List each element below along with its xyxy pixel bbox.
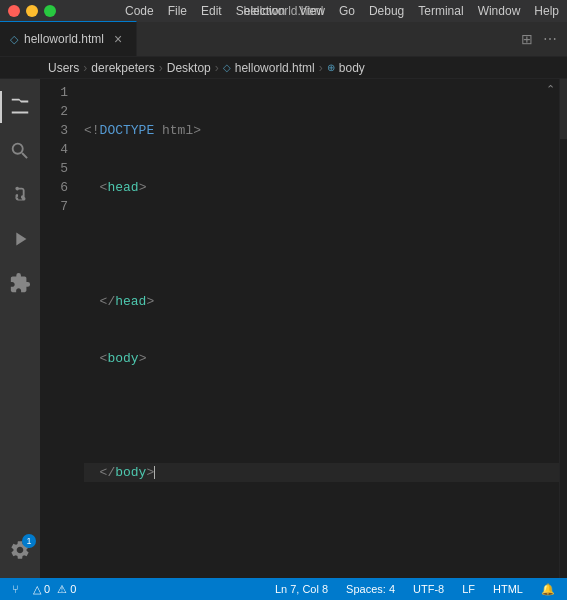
- status-line-ending[interactable]: LF: [458, 583, 479, 595]
- tab-bar: ◇ helloworld.html × ⊞ ⋯: [0, 22, 567, 57]
- status-left: ⑂ △ 0 ⚠ 0: [8, 583, 80, 596]
- status-encoding[interactable]: UTF-8: [409, 583, 448, 595]
- notification-bell-icon: 🔔: [541, 583, 555, 596]
- collapse-minimap-button[interactable]: ⌃: [546, 83, 555, 96]
- editor-area[interactable]: 1 2 3 4 5 6 7 <!DOCTYPE html> <head> </h…: [40, 79, 567, 578]
- activity-item-source-control[interactable]: [0, 175, 40, 215]
- line-number-5: 5: [40, 159, 68, 178]
- activity-bar: 1: [0, 79, 40, 578]
- breadcrumb-sep-1: ›: [83, 61, 87, 75]
- tab-close-button[interactable]: ×: [110, 31, 126, 47]
- code-line-4: </head>: [84, 292, 559, 311]
- close-button[interactable]: [8, 5, 20, 17]
- minimize-button[interactable]: [26, 5, 38, 17]
- spaces-text: Spaces: 4: [346, 583, 395, 595]
- breadcrumb-sep-2: ›: [159, 61, 163, 75]
- language-text: HTML: [493, 583, 523, 595]
- menu-code[interactable]: Code: [125, 4, 154, 18]
- code-line-6: [84, 406, 559, 425]
- tab-bar-actions: ⊞ ⋯: [511, 21, 567, 56]
- code-line-5: <body>: [84, 349, 559, 368]
- line-number-4: 4: [40, 140, 68, 159]
- run-icon: [9, 228, 31, 250]
- code-line-7: </body>: [84, 463, 559, 482]
- breadcrumb-derekpeters[interactable]: derekpeters: [91, 61, 154, 75]
- breadcrumb-users[interactable]: Users: [48, 61, 79, 75]
- main-area: 1 1 2 3 4 5 6 7 <!DOCTYPE html> <head> <…: [0, 79, 567, 578]
- activity-item-search[interactable]: [0, 131, 40, 171]
- code-line-3: [84, 235, 559, 254]
- status-language[interactable]: HTML: [489, 583, 527, 595]
- files-icon: [9, 96, 31, 118]
- tab-file-icon: ◇: [10, 33, 18, 46]
- traffic-lights: [8, 5, 56, 17]
- code-line-2: <head>: [84, 178, 559, 197]
- warning-count: 0: [70, 583, 76, 595]
- status-errors[interactable]: △ 0 ⚠ 0: [29, 583, 80, 596]
- menu-terminal[interactable]: Terminal: [418, 4, 463, 18]
- menu-edit[interactable]: Edit: [201, 4, 222, 18]
- menu-file[interactable]: File: [168, 4, 187, 18]
- status-branch[interactable]: ⑂: [8, 583, 23, 595]
- error-count: 0: [44, 583, 50, 595]
- menu-bar-items: Code File Edit Selection View Go Debug T…: [125, 4, 559, 18]
- line-numbers: 1 2 3 4 5 6 7: [40, 79, 80, 578]
- line-number-1: 1: [40, 83, 68, 102]
- breadcrumb-symbol-icon: ⊕: [327, 62, 335, 73]
- status-spaces[interactable]: Spaces: 4: [342, 583, 399, 595]
- breadcrumb: Users › derekpeters › Desktop › ◇ hellow…: [0, 57, 567, 79]
- code-line-1: <!DOCTYPE html>: [84, 121, 559, 140]
- activity-item-extensions[interactable]: [0, 263, 40, 303]
- settings-badge: 1: [22, 534, 36, 548]
- position-text: Ln 7, Col 8: [275, 583, 328, 595]
- breadcrumb-file-icon: ◇: [223, 62, 231, 73]
- code-container[interactable]: 1 2 3 4 5 6 7 <!DOCTYPE html> <head> </h…: [40, 79, 567, 578]
- source-control-icon: [9, 184, 31, 206]
- status-right: Ln 7, Col 8 Spaces: 4 UTF-8 LF HTML 🔔: [271, 583, 559, 596]
- breadcrumb-sep-3: ›: [215, 61, 219, 75]
- activity-item-settings[interactable]: 1: [0, 530, 40, 570]
- tab-filename: helloworld.html: [24, 32, 104, 46]
- status-bar: ⑂ △ 0 ⚠ 0 Ln 7, Col 8 Spaces: 4 UTF-8 LF…: [0, 578, 567, 600]
- maximize-button[interactable]: [44, 5, 56, 17]
- line-number-6: 6: [40, 178, 68, 197]
- activity-bar-bottom: 1: [0, 530, 40, 570]
- status-notifications[interactable]: 🔔: [537, 583, 559, 596]
- title-bar: Code File Edit Selection View Go Debug T…: [0, 0, 567, 22]
- breadcrumb-sep-4: ›: [319, 61, 323, 75]
- branch-icon: ⑂: [12, 583, 19, 595]
- activity-item-explorer[interactable]: [0, 87, 40, 127]
- minimap: [559, 79, 567, 578]
- window-title: helloworld.html: [243, 4, 323, 18]
- warning-icon: ⚠: [57, 583, 67, 596]
- menu-go[interactable]: Go: [339, 4, 355, 18]
- split-editor-icon[interactable]: ⊞: [519, 29, 535, 49]
- menu-debug[interactable]: Debug: [369, 4, 404, 18]
- tab-helloworld[interactable]: ◇ helloworld.html ×: [0, 21, 137, 56]
- breadcrumb-body[interactable]: body: [339, 61, 365, 75]
- minimap-slider: [560, 79, 567, 139]
- breadcrumb-file[interactable]: helloworld.html: [235, 61, 315, 75]
- error-icon: △: [33, 583, 41, 596]
- menu-help[interactable]: Help: [534, 4, 559, 18]
- menu-window[interactable]: Window: [478, 4, 521, 18]
- line-number-2: 2: [40, 102, 68, 121]
- code-editor[interactable]: <!DOCTYPE html> <head> </head> <body> </…: [80, 79, 559, 578]
- encoding-text: UTF-8: [413, 583, 444, 595]
- status-position[interactable]: Ln 7, Col 8: [271, 583, 332, 595]
- extensions-icon: [9, 272, 31, 294]
- more-actions-icon[interactable]: ⋯: [541, 29, 559, 49]
- line-ending-text: LF: [462, 583, 475, 595]
- breadcrumb-desktop[interactable]: Desktop: [167, 61, 211, 75]
- line-number-3: 3: [40, 121, 68, 140]
- line-number-7: 7: [40, 197, 68, 216]
- search-icon: [9, 140, 31, 162]
- activity-item-run[interactable]: [0, 219, 40, 259]
